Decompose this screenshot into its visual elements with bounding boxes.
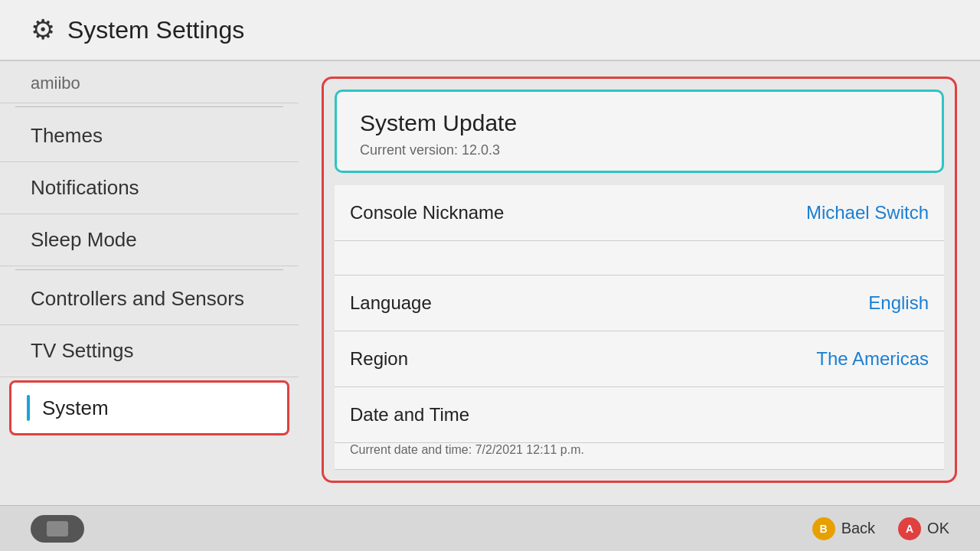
ok-button[interactable]: A OK [898,517,949,540]
active-indicator [27,395,30,421]
ok-label: OK [927,520,949,537]
main-layout: amiibo Themes Notifications Sleep Mode C… [0,61,980,505]
region-value: The Americas [816,348,929,370]
sidebar-item-system-label: System [42,396,109,420]
b-button-label: B [820,523,828,535]
controller-screen [47,521,68,536]
controller-icon [31,515,84,543]
date-time-row[interactable]: Date and Time [335,387,944,443]
page-title: System Settings [67,16,244,44]
date-time-sub: Current date and time: 7/2/2021 12:11 p.… [335,443,944,470]
content-area: System Update Current version: 12.0.3 Co… [299,61,980,505]
sidebar-active-system[interactable]: System [9,380,289,435]
settings-icon: ⚙ [31,14,55,46]
language-row[interactable]: Language English [335,276,944,331]
a-button-circle: A [898,517,921,540]
sidebar-item-controllers-sensors[interactable]: Controllers and Sensors [0,273,299,325]
sidebar-item-amiibo[interactable]: amiibo [0,64,299,103]
sidebar-item-sleep-mode[interactable]: Sleep Mode [0,214,299,266]
settings-list: Console Nickname Michael Switch Language… [335,185,944,470]
date-time-label: Date and Time [350,404,469,425]
footer-controller [31,515,84,543]
sidebar-item-notifications[interactable]: Notifications [0,162,299,214]
back-button[interactable]: B Back [812,517,875,540]
sidebar-item-themes[interactable]: Themes [0,110,299,162]
console-nickname-row[interactable]: Console Nickname Michael Switch [335,185,944,241]
a-button-label: A [906,523,913,535]
back-label: Back [841,520,875,537]
language-value: English [868,292,929,314]
region-row[interactable]: Region The Americas [335,331,944,387]
console-nickname-label: Console Nickname [350,202,504,223]
spacer-row [335,241,944,276]
footer-buttons: B Back A OK [812,517,949,540]
region-label: Region [350,348,408,370]
header: ⚙ System Settings [0,0,980,61]
content-red-border: System Update Current version: 12.0.3 Co… [322,77,957,483]
b-button-circle: B [812,517,835,540]
console-nickname-value: Michael Switch [806,202,929,223]
sidebar: amiibo Themes Notifications Sleep Mode C… [0,61,299,505]
system-update-title: System Update [360,110,919,136]
footer: B Back A OK [0,505,980,551]
system-update-version: Current version: 12.0.3 [360,142,919,158]
sidebar-item-tv-settings[interactable]: TV Settings [0,325,299,377]
system-update-card[interactable]: System Update Current version: 12.0.3 [335,90,944,173]
language-label: Language [350,292,432,314]
